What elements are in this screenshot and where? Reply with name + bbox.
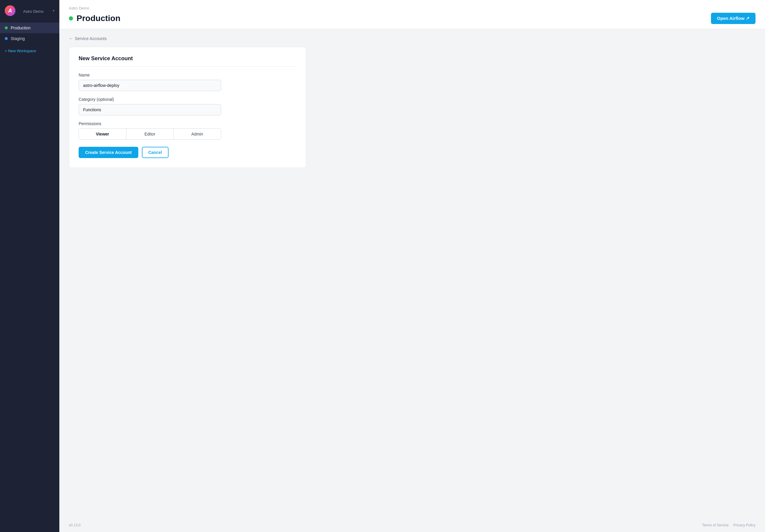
name-field-group: Name	[79, 73, 297, 91]
sidebar-item-staging[interactable]: Staging	[0, 33, 59, 44]
sidebar-header[interactable]: A Astro Demo ▾	[0, 0, 59, 21]
name-label: Name	[79, 73, 297, 77]
permissions-label: Permissions	[79, 121, 297, 126]
create-service-account-button[interactable]: Create Service Account	[79, 147, 138, 158]
category-input[interactable]	[79, 104, 221, 116]
permission-admin[interactable]: Admin	[174, 129, 221, 139]
page-title-row: Production	[69, 14, 121, 23]
permissions-toggle: Viewer Editor Admin	[79, 129, 221, 140]
back-arrow-icon: ←	[69, 36, 73, 41]
sidebar-item-label: Production	[11, 26, 31, 30]
breadcrumb: Astro Demo	[69, 6, 756, 10]
footer-links: Terms of Service Privacy Policy	[702, 523, 756, 527]
sidebar-item-label: Staging	[11, 36, 25, 41]
sidebar-item-production[interactable]: Production	[0, 23, 59, 33]
org-name: Astro Demo	[18, 7, 48, 15]
card-title: New Service Account	[79, 56, 297, 67]
name-input[interactable]	[79, 80, 221, 91]
back-link-label: Service Accounts	[75, 36, 107, 41]
topbar: Astro Demo Production Open Airflow ↗	[59, 0, 765, 29]
category-label: Category (optional)	[79, 97, 297, 102]
sidebar-nav: Production Staging	[0, 21, 59, 45]
status-dot-blue	[5, 37, 8, 40]
sidebar: A Astro Demo ▾ Production Staging + New …	[0, 0, 59, 532]
version-label: v0.13.0	[69, 523, 80, 527]
privacy-policy-link[interactable]: Privacy Policy	[733, 523, 756, 527]
back-link[interactable]: ← Service Accounts	[69, 36, 756, 41]
form-actions: Create Service Account Cancel	[79, 147, 297, 158]
terms-of-service-link[interactable]: Terms of Service	[702, 523, 728, 527]
open-airflow-button[interactable]: Open Airflow ↗	[711, 13, 756, 24]
permissions-field-group: Permissions Viewer Editor Admin	[79, 121, 297, 140]
astro-logo: A	[5, 5, 15, 16]
new-service-account-card: New Service Account Name Category (optio…	[69, 47, 306, 168]
content-area: ← Service Accounts New Service Account N…	[59, 29, 765, 518]
new-workspace-button[interactable]: + New Workspace	[0, 45, 59, 57]
logo-icon: A	[5, 5, 15, 16]
footer: v0.13.0 Terms of Service Privacy Policy	[59, 518, 765, 532]
production-status-dot	[69, 16, 73, 20]
cancel-button[interactable]: Cancel	[142, 147, 169, 158]
permission-editor[interactable]: Editor	[126, 129, 174, 139]
permission-viewer[interactable]: Viewer	[79, 129, 126, 139]
topbar-row: Production Open Airflow ↗	[69, 13, 756, 29]
category-field-group: Category (optional)	[79, 97, 297, 116]
main-content: Astro Demo Production Open Airflow ↗ ← S…	[59, 0, 765, 532]
status-dot-green	[5, 26, 8, 29]
chevron-down-icon: ▾	[53, 9, 55, 13]
page-title: Production	[77, 14, 121, 23]
